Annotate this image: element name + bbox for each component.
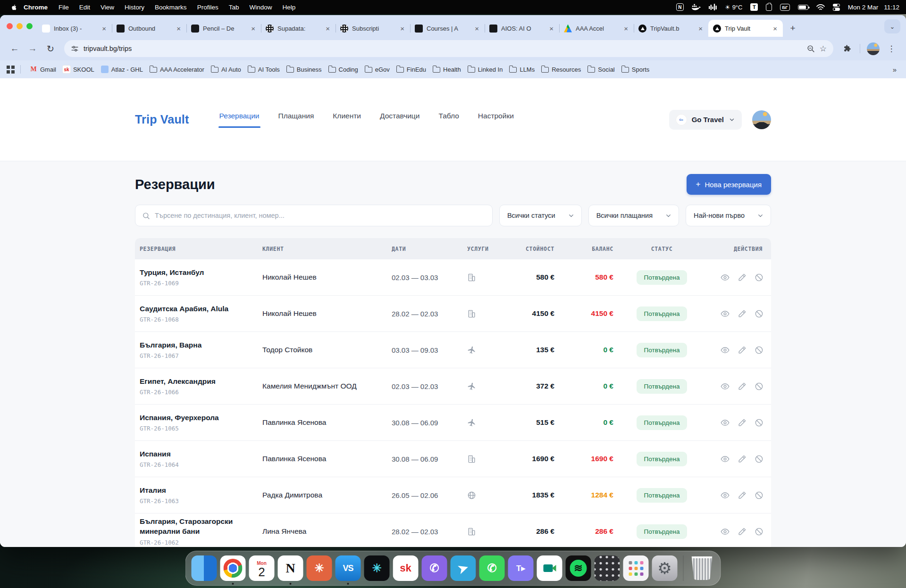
zoom-page-icon[interactable] (807, 45, 815, 53)
minimize-window-button[interactable] (17, 23, 23, 29)
bookmark-item[interactable]: Health (429, 64, 464, 75)
dock-app-icon[interactable]: ✳ (364, 555, 390, 581)
filter-dropdown[interactable]: Всички статуси (499, 205, 582, 226)
dock-app-icon[interactable]: VS (336, 555, 361, 581)
edit-icon[interactable] (738, 346, 747, 355)
site-settings-icon[interactable] (71, 45, 79, 53)
dock-app-icon[interactable]: Mon 2 (249, 555, 275, 581)
clipboard-icon[interactable] (766, 4, 772, 11)
dock-trash[interactable] (689, 555, 715, 581)
edit-icon[interactable] (738, 527, 747, 536)
view-icon[interactable] (721, 346, 730, 355)
bookmark-item[interactable]: Coding (325, 64, 361, 75)
dock-app-icon[interactable]: ⚙ (652, 555, 678, 581)
bookmark-star-icon[interactable]: ☆ (820, 44, 827, 54)
apple-menu-icon[interactable] (7, 3, 21, 11)
tab-close-icon[interactable]: × (474, 25, 480, 33)
cancel-icon[interactable] (755, 309, 763, 318)
view-icon[interactable] (721, 382, 730, 391)
edit-icon[interactable] (738, 309, 747, 318)
nav-item[interactable]: Плащания (277, 107, 315, 133)
menubar-menu[interactable]: File (59, 4, 69, 11)
edit-icon[interactable] (738, 455, 747, 464)
menubar-menu[interactable]: Window (249, 4, 272, 11)
bookmark-item[interactable]: sk SKOOL (59, 64, 98, 75)
cancel-icon[interactable] (755, 418, 763, 427)
menubar-menu[interactable]: History (125, 4, 144, 11)
filter-dropdown[interactable]: Най-нови първо (686, 205, 771, 226)
bookmark-item[interactable]: AAA Accelerator (146, 64, 208, 75)
bookmark-item[interactable]: Social (584, 64, 618, 75)
tab-close-icon[interactable]: × (697, 25, 704, 33)
cancel-icon[interactable] (755, 346, 763, 355)
close-window-button[interactable] (7, 23, 13, 29)
org-switcher[interactable]: Go Go Travel (669, 110, 742, 130)
browser-tab[interactable]: TripVault.b × (634, 20, 708, 37)
address-bar[interactable]: tripvault.bg/trips ☆ (64, 40, 833, 57)
browser-tab[interactable]: Subscripti × (336, 20, 410, 37)
dock-app-icon[interactable]: ✳ (307, 555, 332, 581)
tab-close-icon[interactable]: × (101, 25, 107, 33)
table-row[interactable]: Турция, Истанбул GTR-26-1069 Николай Неш… (135, 259, 771, 296)
browser-tab[interactable]: Courses | A × (410, 20, 485, 37)
bookmark-item[interactable]: eGov (361, 64, 393, 75)
tab-close-icon[interactable]: × (548, 25, 554, 33)
new-reservation-button[interactable]: + Нова резервация (687, 174, 771, 195)
bookmark-item[interactable]: AI Auto (208, 64, 244, 75)
nav-item[interactable]: Резервации (218, 107, 260, 133)
docker-icon[interactable] (692, 4, 701, 11)
browser-tab[interactable]: Inbox (3) - × (37, 20, 112, 37)
edit-icon[interactable] (738, 491, 747, 500)
dock-app-icon[interactable]: N (278, 555, 303, 581)
menubar-app-name[interactable]: Chrome (24, 4, 48, 11)
cancel-icon[interactable] (755, 491, 763, 500)
dock-app-icon[interactable] (537, 555, 562, 581)
menubar-menu[interactable]: Bookmarks (155, 4, 187, 11)
extensions-icon[interactable] (839, 41, 855, 57)
bookmark-item[interactable]: M Gmail (26, 64, 59, 75)
url-text[interactable]: tripvault.bg/trips (84, 45, 802, 52)
tab-close-icon[interactable]: × (399, 25, 405, 33)
view-icon[interactable] (721, 309, 730, 318)
view-icon[interactable] (721, 455, 730, 464)
edit-icon[interactable] (738, 418, 747, 427)
dock-app-icon[interactable]: ➤ (451, 555, 476, 581)
dock-app-icon[interactable] (623, 555, 649, 581)
table-row[interactable]: Египет, Александрия GTR-26-1066 Камелия … (135, 368, 771, 405)
view-icon[interactable] (721, 527, 730, 536)
browser-tab[interactable]: AIOS: AI O × (485, 20, 559, 37)
tab-search-button[interactable]: ⌄ (884, 19, 900, 33)
weather-icon[interactable]: ☀ 9°C (725, 4, 742, 11)
bookmark-item[interactable]: Atlaz - GHL (98, 64, 146, 75)
zoom-window-button[interactable] (26, 23, 33, 29)
menubar-menu[interactable]: Help (282, 4, 295, 11)
menubar-menu[interactable]: View (101, 4, 114, 11)
dock-app-icon[interactable]: ≋ (566, 555, 591, 581)
cancel-icon[interactable] (755, 455, 763, 464)
browser-profile-avatar[interactable] (867, 42, 880, 55)
nav-item[interactable]: Доставчици (379, 107, 420, 133)
nav-item[interactable]: Табло (437, 107, 460, 133)
view-icon[interactable] (721, 418, 730, 427)
cancel-icon[interactable] (755, 382, 763, 391)
search-input[interactable] (155, 212, 486, 219)
search-box[interactable] (135, 205, 493, 226)
view-icon[interactable] (721, 273, 730, 282)
dock-app-icon[interactable] (595, 555, 620, 581)
input-language-badge[interactable]: БГ (780, 4, 789, 11)
control-center-icon[interactable] (833, 4, 840, 11)
forward-button[interactable]: → (25, 41, 41, 57)
menubar-menu[interactable]: Profiles (197, 4, 218, 11)
edit-icon[interactable] (738, 273, 747, 282)
bookmark-item[interactable]: Linked In (464, 64, 506, 75)
view-icon[interactable] (721, 491, 730, 500)
table-row[interactable]: Италия GTR-26-1063 Радка Димитрова 26.05… (135, 477, 771, 513)
notion-menubar-icon[interactable]: N (676, 3, 684, 11)
nav-item[interactable]: Настройки (477, 107, 515, 133)
edit-icon[interactable] (738, 382, 747, 391)
browser-tab[interactable]: Outbound × (112, 20, 186, 37)
bookmark-item[interactable]: FinEdu (393, 64, 429, 75)
dock-app-icon[interactable] (192, 555, 217, 581)
filter-dropdown[interactable]: Всички плащания (588, 205, 679, 226)
menubar-menu[interactable]: Edit (79, 4, 90, 11)
